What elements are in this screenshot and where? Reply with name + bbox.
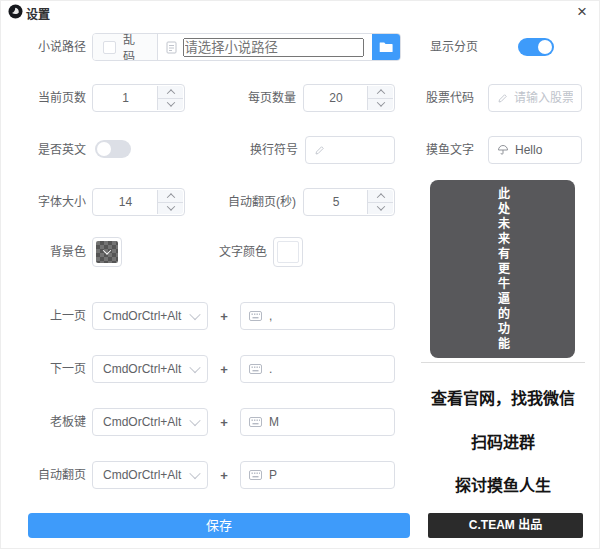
document-icon bbox=[166, 41, 177, 54]
auto-page-label: 自动翻页 bbox=[28, 468, 86, 482]
keyboard-icon bbox=[249, 364, 262, 374]
chevron-down-icon bbox=[103, 246, 111, 254]
save-button[interactable]: 保存 bbox=[28, 513, 410, 538]
show-pagination-toggle[interactable] bbox=[518, 38, 554, 56]
promo-line-1: 查看官网，找我微信 bbox=[418, 385, 588, 409]
future-features-text: 此处未来有更牛逼的功能 bbox=[496, 187, 510, 352]
current-page-spinner bbox=[92, 84, 185, 112]
prev-page-key-input[interactable] bbox=[269, 309, 386, 323]
novel-path-input[interactable] bbox=[183, 38, 364, 57]
increase-icon[interactable] bbox=[158, 86, 183, 99]
keyboard-icon bbox=[249, 311, 262, 321]
prev-page-key-field bbox=[240, 302, 395, 330]
garbled-checkbox-group[interactable]: 乱码 bbox=[93, 34, 158, 60]
umbrella-icon bbox=[497, 144, 509, 156]
browse-folder-button[interactable] bbox=[372, 34, 400, 60]
increase-icon[interactable] bbox=[368, 190, 393, 203]
stock-code-input[interactable] bbox=[514, 91, 573, 105]
boss-key-modifier-select[interactable]: CmdOrCtrl+Alt bbox=[92, 408, 208, 436]
auto-page-seconds-spinner bbox=[303, 188, 395, 216]
current-page-label: 当前页数 bbox=[28, 91, 86, 105]
boss-key-label: 老板键 bbox=[28, 415, 86, 429]
novel-path-label: 小说路径 bbox=[28, 40, 86, 54]
close-icon[interactable]: × bbox=[572, 2, 592, 22]
font-size-spinner bbox=[92, 188, 185, 216]
page-size-spinner bbox=[303, 84, 395, 112]
decrease-icon[interactable] bbox=[368, 99, 393, 111]
chevron-down-icon bbox=[189, 468, 200, 479]
page-size-label: 每页数量 bbox=[238, 91, 296, 105]
background-color-picker[interactable] bbox=[92, 237, 122, 267]
chevron-down-icon bbox=[189, 362, 200, 373]
plus-sign: + bbox=[214, 309, 234, 324]
moyu-text-field bbox=[488, 136, 582, 164]
cteam-brand-button[interactable]: C.TEAM 出品 bbox=[428, 513, 583, 538]
window-title: 设置 bbox=[26, 5, 50, 22]
prev-page-modifier-select[interactable]: CmdOrCtrl+Alt bbox=[92, 302, 208, 330]
promo-line-2: 扫码进群 bbox=[418, 429, 588, 453]
is-english-toggle[interactable] bbox=[95, 140, 131, 158]
plus-sign: + bbox=[214, 415, 234, 430]
chevron-down-icon bbox=[189, 309, 200, 320]
font-size-label: 字体大小 bbox=[28, 195, 86, 209]
garbled-checkbox[interactable] bbox=[103, 41, 116, 54]
keyboard-icon bbox=[249, 417, 262, 427]
increase-icon[interactable] bbox=[158, 190, 183, 203]
plus-sign: + bbox=[214, 362, 234, 377]
pencil-icon bbox=[314, 145, 325, 156]
promo-line-3: 探讨摸鱼人生 bbox=[418, 472, 588, 496]
newline-symbol-field bbox=[305, 136, 395, 164]
text-color-label: 文字颜色 bbox=[219, 245, 267, 259]
auto-page-seconds-label: 自动翻页(秒) bbox=[208, 195, 296, 209]
future-features-box: 此处未来有更牛逼的功能 bbox=[430, 180, 575, 358]
prev-page-label: 上一页 bbox=[28, 309, 86, 323]
app-icon bbox=[8, 4, 23, 19]
moyu-text-label: 摸鱼文字 bbox=[426, 143, 474, 157]
newline-symbol-input[interactable] bbox=[331, 143, 386, 157]
pencil-icon bbox=[497, 93, 508, 104]
newline-symbol-label: 换行符号 bbox=[240, 143, 298, 157]
decrease-icon[interactable] bbox=[158, 99, 183, 111]
next-page-key-field bbox=[240, 355, 395, 383]
garbled-label: 乱码 bbox=[123, 33, 147, 61]
next-page-label: 下一页 bbox=[28, 362, 86, 376]
next-page-modifier-select[interactable]: CmdOrCtrl+Alt bbox=[92, 355, 208, 383]
divider bbox=[421, 362, 585, 363]
chevron-down-icon bbox=[189, 415, 200, 426]
decrease-icon[interactable] bbox=[368, 203, 393, 215]
auto-page-modifier-select[interactable]: CmdOrCtrl+Alt bbox=[92, 461, 208, 489]
show-pagination-label: 显示分页 bbox=[430, 40, 478, 54]
next-page-key-input[interactable] bbox=[269, 362, 386, 376]
text-color-picker[interactable] bbox=[273, 237, 303, 267]
plus-sign: + bbox=[214, 468, 234, 483]
stock-code-field bbox=[488, 84, 582, 112]
auto-page-key-field bbox=[240, 461, 395, 489]
novel-path-group: 乱码 bbox=[92, 33, 401, 61]
boss-key-key-input[interactable] bbox=[269, 415, 386, 429]
decrease-icon[interactable] bbox=[158, 203, 183, 215]
moyu-text-input[interactable] bbox=[515, 143, 573, 157]
increase-icon[interactable] bbox=[368, 86, 393, 99]
background-color-label: 背景色 bbox=[28, 245, 86, 259]
auto-page-key-input[interactable] bbox=[269, 468, 386, 482]
keyboard-icon bbox=[249, 470, 262, 480]
stock-code-label: 股票代码 bbox=[426, 91, 474, 105]
folder-icon bbox=[379, 41, 393, 53]
is-english-label: 是否英文 bbox=[28, 143, 86, 157]
boss-key-key-field bbox=[240, 408, 395, 436]
